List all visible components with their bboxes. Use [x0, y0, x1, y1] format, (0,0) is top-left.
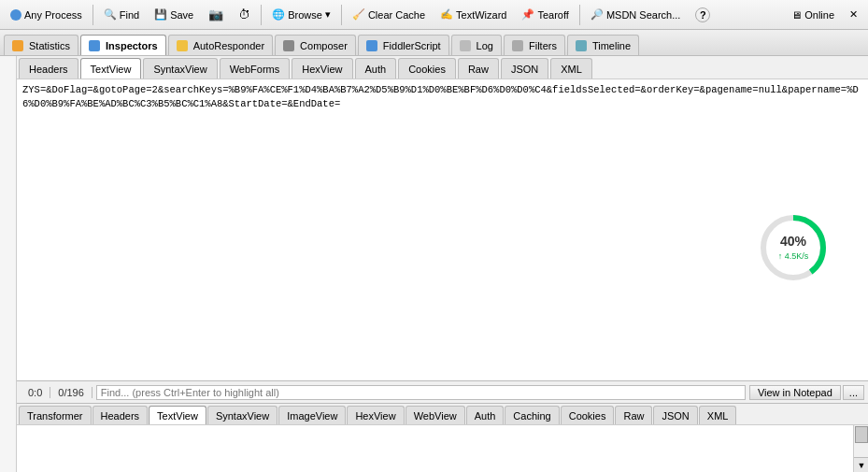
req-tab-cookies[interactable]: Cookies — [398, 58, 456, 79]
textwizard-label: TextWizard — [456, 9, 506, 21]
resp-tab-webview[interactable]: WebView — [406, 406, 465, 424]
main-layout: Headers TextView SyntaxView WebForms Hex… — [0, 56, 868, 472]
separator-3 — [341, 5, 342, 25]
tab-inspectors-label: Inspectors — [106, 40, 158, 51]
msdn-label: MSDN Search... — [606, 9, 680, 21]
session-tabs-bar: Statistics Inspectors AutoResponder Comp… — [0, 30, 868, 56]
close-label: ✕ — [849, 8, 858, 21]
save-button[interactable]: 💾 Save — [148, 3, 200, 27]
more-options-button[interactable]: ... — [843, 385, 864, 400]
msdn-search-button[interactable]: 🔎 MSDN Search... — [584, 3, 687, 27]
separator-1 — [92, 5, 93, 25]
tab-timeline[interactable]: Timeline — [567, 35, 639, 55]
tab-statistics-label: Statistics — [29, 40, 70, 51]
req-tab-textview[interactable]: TextView — [80, 58, 142, 79]
scrollbar-track[interactable]: ▼ — [853, 425, 868, 472]
cursor-position: 0:0 — [21, 387, 50, 398]
req-tab-hexview[interactable]: HexView — [292, 58, 352, 79]
request-content-area: ZYS=&DoFlag=&gotoPage=2&searchKeys=%B9%F… — [17, 79, 868, 380]
view-notepad-button[interactable]: View in Notepad — [749, 385, 841, 400]
req-tab-webforms[interactable]: WebForms — [220, 58, 291, 79]
clearcache-label: Clear Cache — [368, 9, 425, 21]
right-panel: Headers TextView SyntaxView WebForms Hex… — [17, 56, 868, 472]
main-toolbar: Any Process 🔍 Find 💾 Save 📷 ⏱ 🌐 Browse ▾… — [0, 0, 868, 30]
tab-fiddlerscript[interactable]: FiddlerScript — [358, 35, 449, 55]
scrollbar-thumb[interactable] — [855, 426, 868, 443]
scrollbar-down-arrow[interactable]: ▼ — [854, 457, 868, 472]
browse-button[interactable]: 🌐 Browse ▾ — [265, 3, 337, 27]
timer-button[interactable]: ⏱ — [232, 3, 257, 27]
composer-icon — [283, 40, 294, 51]
resp-tab-headers[interactable]: Headers — [92, 406, 149, 424]
textwizard-icon: ✍ — [440, 8, 453, 21]
find-label: Find — [120, 9, 139, 21]
resp-tab-caching[interactable]: Caching — [505, 406, 559, 424]
resp-tab-raw[interactable]: Raw — [615, 406, 652, 424]
process-label: Any Process — [24, 9, 82, 21]
fiddlerscript-icon — [366, 40, 377, 51]
response-tabs-bar: Transformer Headers TextView SyntaxView … — [17, 404, 868, 425]
online-label: Online — [804, 9, 834, 21]
req-tab-auth[interactable]: Auth — [355, 58, 397, 79]
req-tab-json[interactable]: JSON — [501, 58, 548, 79]
progress-ring-container: 40% ↑ 4.5K/s — [756, 210, 831, 287]
req-tab-xml[interactable]: XML — [550, 58, 592, 79]
tab-composer[interactable]: Composer — [275, 35, 356, 55]
resp-tab-json[interactable]: JSON — [653, 406, 697, 424]
tab-inspectors[interactable]: Inspectors — [80, 35, 166, 55]
resp-tab-syntaxview[interactable]: SyntaxView — [207, 406, 277, 424]
find-button[interactable]: 🔍 Find — [97, 3, 146, 27]
tab-autoresponder[interactable]: AutoResponder — [168, 35, 273, 55]
req-tab-syntaxview[interactable]: SyntaxView — [143, 58, 217, 79]
resp-tab-cookies[interactable]: Cookies — [561, 406, 615, 424]
resp-tab-imageview[interactable]: ImageView — [278, 406, 346, 424]
close-button[interactable]: ✕ — [843, 3, 864, 27]
save-label: Save — [170, 9, 193, 21]
browse-arrow: ▾ — [325, 8, 331, 21]
req-tab-raw[interactable]: Raw — [458, 58, 499, 79]
tab-filters[interactable]: Filters — [504, 35, 565, 55]
msdn-icon: 🔎 — [591, 8, 604, 21]
selection-count: 0/196 — [50, 387, 92, 398]
tab-log-label: Log — [477, 40, 493, 51]
inspect-icon — [89, 40, 100, 51]
process-any-button[interactable]: Any Process — [4, 3, 89, 27]
filters-icon — [512, 40, 523, 51]
status-bar: 0:0 0/196 View in Notepad ... — [17, 380, 868, 403]
help-button[interactable]: ? — [689, 3, 717, 27]
find-input[interactable] — [96, 385, 746, 400]
timeline-icon — [576, 40, 587, 51]
resp-tab-auth[interactable]: Auth — [466, 406, 505, 424]
log-icon — [460, 40, 471, 51]
snap-button[interactable]: 📷 — [202, 3, 230, 27]
tab-fiddlerscript-label: FiddlerScript — [383, 40, 441, 51]
tab-timeline-label: Timeline — [592, 40, 631, 51]
tearoff-button[interactable]: 📌 Tearoff — [515, 3, 575, 27]
tab-filters-label: Filters — [529, 40, 557, 51]
req-tab-headers[interactable]: Headers — [19, 58, 78, 79]
progress-ring-svg: 40% ↑ 4.5K/s — [756, 210, 831, 285]
autoresponder-icon — [177, 40, 188, 51]
tab-composer-label: Composer — [300, 40, 348, 51]
separator-4 — [579, 5, 580, 25]
tab-statistics[interactable]: Statistics — [4, 35, 78, 55]
textwizard-button[interactable]: ✍ TextWizard — [434, 3, 513, 27]
clearcache-button[interactable]: 🧹 Clear Cache — [346, 3, 432, 27]
tab-log[interactable]: Log — [451, 35, 502, 55]
save-icon: 💾 — [154, 8, 167, 21]
online-button[interactable]: 🖥 Online — [785, 3, 841, 27]
browse-label: Browse — [288, 9, 322, 21]
timer-icon: ⏱ — [238, 7, 250, 21]
separator-2 — [261, 5, 262, 25]
resp-tab-hexview[interactable]: HexView — [347, 406, 404, 424]
resp-tab-textview[interactable]: TextView — [149, 406, 206, 424]
tearoff-label: Tearoff — [537, 9, 568, 21]
resp-tab-transformer[interactable]: Transformer — [19, 406, 92, 424]
process-icon — [10, 9, 21, 21]
request-url-text: ZYS=&DoFlag=&gotoPage=2&searchKeys=%B9%F… — [17, 79, 868, 114]
resp-tab-xml[interactable]: XML — [699, 406, 737, 424]
tab-autoresponder-label: AutoResponder — [193, 40, 264, 51]
response-content-area: ▼ — [17, 425, 868, 472]
sessions-panel — [0, 56, 17, 472]
response-panel: Transformer Headers TextView SyntaxView … — [17, 403, 868, 472]
